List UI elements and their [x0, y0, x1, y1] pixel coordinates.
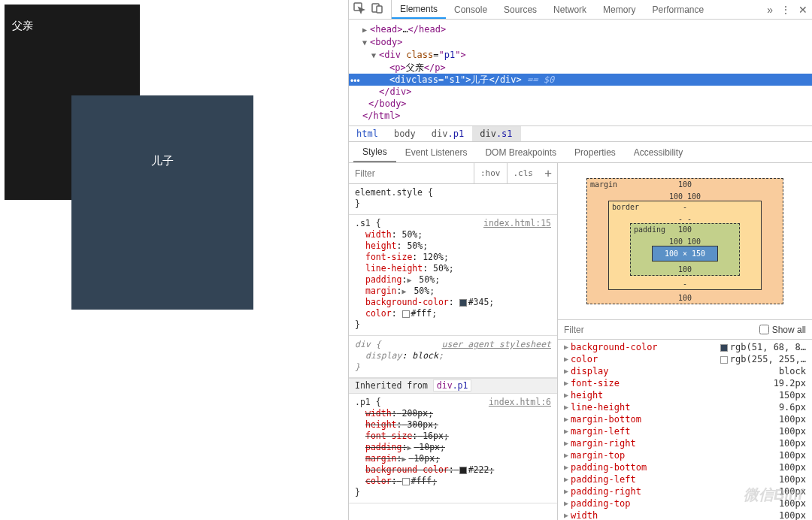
rule-element-style[interactable]: element.style { } [349, 184, 557, 215]
inherited-from: Inherited from div.p1 [349, 378, 557, 394]
dom-row[interactable]: </body> [361, 98, 812, 110]
css-property[interactable]: margin:▶ 50%; [355, 286, 551, 297]
source-link[interactable]: index.html:6 [489, 397, 551, 408]
styles-filter-input[interactable] [349, 168, 474, 179]
svg-rect-2 [377, 6, 382, 13]
css-property[interactable]: font-size: 16px; [355, 431, 551, 442]
inherit-link[interactable]: div.p1 [433, 379, 472, 392]
styles-pane: :hov .cls + element.style { } .s1 {index… [349, 163, 558, 520]
dom-row-selected[interactable]: <div class="s1">儿子</div> == $0 [349, 74, 812, 86]
computed-row[interactable]: ▶ width100px [558, 509, 812, 520]
elements-tree[interactable]: ▶<head>…</head> ▼<body> ▼<div class="p1"… [349, 20, 812, 125]
breadcrumb-item[interactable]: body [386, 126, 424, 141]
tab-network[interactable]: Network [545, 0, 595, 19]
hov-button[interactable]: :hov [474, 163, 507, 183]
page-preview: 父亲 儿子 [0, 0, 348, 520]
computed-filter: Show all [558, 320, 812, 340]
rule-uas[interactable]: div {user agent stylesheet display: bloc… [349, 336, 557, 378]
devtools-panel: ElementsConsoleSourcesNetworkMemoryPerfo… [348, 0, 812, 520]
devtools-toolbar: ElementsConsoleSourcesNetworkMemoryPerfo… [349, 0, 812, 20]
css-property[interactable]: width: 50%; [355, 229, 551, 240]
cls-button[interactable]: .cls [507, 163, 540, 183]
close-icon[interactable]: ✕ [798, 4, 807, 16]
computed-row[interactable]: ▶ padding-bottom100px [558, 461, 812, 473]
css-property[interactable]: width: 200px; [355, 408, 551, 419]
breadcrumb-item[interactable]: div.s1 [472, 126, 520, 141]
css-property[interactable]: padding:▶ 10px; [355, 442, 551, 453]
computed-row[interactable]: ▶ line-height9.6px [558, 401, 812, 413]
tab-console[interactable]: Console [446, 0, 495, 19]
new-rule-button[interactable]: + [539, 165, 557, 183]
styles-filter-row: :hov .cls + [349, 163, 557, 184]
dom-row[interactable]: ▶<head>…</head> [361, 23, 812, 36]
dom-row[interactable]: </html> [361, 110, 812, 122]
subtab-event-listeners[interactable]: Event Listeners [396, 142, 477, 162]
tab-memory[interactable]: Memory [595, 0, 644, 19]
computed-row[interactable]: ▶ font-size19.2px [558, 377, 812, 389]
dom-row[interactable]: </div> [361, 86, 812, 98]
parent-label: 父亲 [5, 5, 140, 33]
css-property[interactable]: height: 300px; [355, 419, 551, 431]
more-tabs-icon[interactable]: » [767, 4, 773, 16]
computed-row[interactable]: ▶ padding-right100px [558, 485, 812, 497]
rule-p1[interactable]: .p1 {index.html:6 width: 200px;height: 3… [349, 394, 557, 503]
computed-row[interactable]: ▶ padding-left100px [558, 473, 812, 485]
kebab-icon[interactable]: ⋮ [780, 4, 791, 16]
child-label: 儿子 [151, 154, 174, 168]
tab-performance[interactable]: Performance [644, 0, 712, 19]
subtab-properties[interactable]: Properties [565, 142, 625, 162]
css-property[interactable]: padding:▶ 50%; [355, 274, 551, 286]
css-property[interactable]: margin:▶ 10px; [355, 453, 551, 464]
rule-s1[interactable]: .s1 {index.html:15 width: 50%;height: 50… [349, 215, 557, 336]
computed-filter-input[interactable] [564, 325, 759, 335]
styles-tabs: StylesEvent ListenersDOM BreakpointsProp… [349, 142, 812, 163]
show-all-checkbox[interactable]: Show all [759, 325, 806, 335]
css-property[interactable]: line-height: 50%; [355, 263, 551, 274]
css-property[interactable]: background-color: #222; [355, 464, 551, 476]
computed-row[interactable]: ▶ displayblock [558, 365, 812, 377]
child-box[interactable]: 儿子 [71, 95, 253, 310]
computed-row[interactable]: ▶ height150px [558, 389, 812, 401]
gutter-dots: ••• [350, 75, 360, 87]
breadcrumb-item[interactable]: div.p1 [424, 126, 472, 141]
computed-row[interactable]: ▶ margin-bottom100px [558, 413, 812, 425]
computed-row[interactable]: ▶ margin-top100px [558, 449, 812, 461]
computed-row[interactable]: ▶ colorrgb(255, 255,… [558, 353, 812, 365]
css-property[interactable]: color: #fff; [355, 308, 551, 319]
dom-row[interactable]: <p>父亲</p> [361, 62, 812, 74]
box-model-content: 100 × 150 [652, 246, 718, 262]
breadcrumb-item[interactable]: html [349, 126, 386, 141]
tab-sources[interactable]: Sources [495, 0, 545, 19]
subtab-dom-breakpoints[interactable]: DOM Breakpoints [476, 142, 565, 162]
breadcrumb: htmlbodydiv.p1div.s1 [349, 125, 812, 142]
subtab-accessibility[interactable]: Accessibility [625, 142, 692, 162]
box-model[interactable]: margin 100 100 100 100 border - - - - [558, 163, 812, 320]
dom-row[interactable]: ▼<div class="p1"> [361, 49, 812, 62]
subtab-styles[interactable]: Styles [353, 142, 396, 162]
device-icon[interactable] [371, 2, 383, 17]
computed-list[interactable]: ▶ background-colorrgb(51, 68, 8…▶ colorr… [558, 340, 812, 520]
computed-row[interactable]: ▶ padding-top100px [558, 497, 812, 509]
tab-elements[interactable]: Elements [392, 0, 446, 19]
computed-row[interactable]: ▶ margin-left100px [558, 425, 812, 437]
css-property[interactable]: height: 50%; [355, 240, 551, 252]
css-property[interactable]: background-color: #345; [355, 297, 551, 308]
inspect-icon[interactable] [353, 2, 365, 17]
computed-row[interactable]: ▶ background-colorrgb(51, 68, 8… [558, 341, 812, 353]
dom-row[interactable]: ▼<body> [361, 36, 812, 49]
source-link[interactable]: index.html:15 [483, 218, 551, 229]
css-property[interactable]: display: block; [355, 350, 551, 361]
computed-row[interactable]: ▶ margin-right100px [558, 437, 812, 449]
css-property[interactable]: color: #fff; [355, 476, 551, 487]
css-property[interactable]: font-size: 120%; [355, 252, 551, 263]
